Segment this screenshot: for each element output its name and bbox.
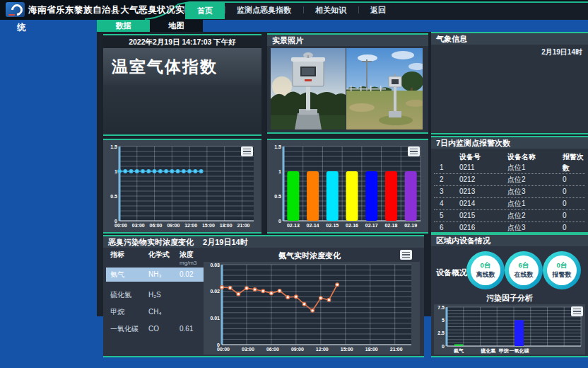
pollution-factors-chart[interactable]: 02.557.5氨气硫化氢甲烷一氧化碳 [434,304,585,355]
svg-text:甲烷: 甲烷 [499,347,509,354]
chart-toolbox-icon[interactable] [408,146,420,156]
devices-panel-title: 区域内设备情况 [431,235,588,246]
svg-text:7.5: 7.5 [437,305,445,310]
svg-text:02-17: 02-17 [365,223,378,228]
chart-toolbox-icon[interactable] [571,306,583,316]
svg-text:02-16: 02-16 [346,223,358,228]
svg-text:0.5: 0.5 [274,194,281,199]
stat-circle-online: 6台 在线数 [505,251,543,289]
panel-weather: 气象信息 2月19日14时 [431,32,588,134]
odor-row-ammonia[interactable]: 氨气NH₃0.02 [106,268,204,282]
nav-item-knowledge[interactable]: 相关知识 [303,0,358,20]
svg-text:氨气: 氨气 [453,348,464,354]
photos-panel-title: 实景照片 [267,35,428,46]
page-headline: 温室气体指数 [103,48,261,85]
alarm-table-row: 20212点位20 [434,174,585,186]
alarm-table-header: 设备号 设备名称 报警次数 [434,151,585,162]
chart-toolbox-icon[interactable] [400,250,412,260]
stat-circle-offline: 0台 离线数 [466,251,505,289]
panel-photos: 实景照片 [267,33,428,134]
odor-row-ch4[interactable]: 甲烷CH₄ [106,305,204,319]
app-title-overflow: 统 [17,22,26,34]
alarm-table-row: 30213点位30 [434,186,585,198]
svg-text:一氧化碳: 一氧化碳 [510,348,530,354]
nav-item-back[interactable]: 返回 [358,0,398,20]
chart-toolbox-icon[interactable] [241,146,253,156]
svg-text:02-13: 02-13 [287,223,300,228]
svg-text:15:00: 15:00 [202,223,215,228]
panel-alarm-counts: 7日内监测点报警次数 设备号 设备名称 报警次数 10211点位10 20212… [431,136,588,234]
ammonia-concentration-chart[interactable]: 00.010.020.0300:0003:0006:0009:0012:0015… [204,262,420,355]
svg-text:0.02: 0.02 [210,289,220,294]
weather-panel-title: 气象信息 [431,33,588,45]
headline-spacer [103,85,261,134]
alarm-table-row: 40214点位10 [434,198,585,210]
odor-row-h2s[interactable]: 硫化氢H₂S [106,288,204,302]
tab-map[interactable]: 地图 [150,20,203,32]
svg-text:0: 0 [442,344,445,349]
main-nav: 首页 监测点恶臭指数 相关知识 返回 [185,0,398,20]
svg-text:1: 1 [278,169,281,174]
svg-text:0.5: 0.5 [110,194,117,199]
svg-text:06:00: 06:00 [266,347,279,352]
station-photo-2[interactable] [346,48,423,130]
datetime-text: 2022年2月19日 14:17:03 下午好 [103,35,261,48]
svg-text:18:00: 18:00 [365,347,378,352]
svg-text:02-18: 02-18 [384,223,397,228]
svg-text:00:00: 00:00 [114,223,127,228]
panel-daily-index-chart: 00.511.502-1302-1402-1502-1602-1702-1802… [267,139,428,234]
svg-text:硫化氢: 硫化氢 [480,347,495,354]
svg-text:09:00: 09:00 [167,223,180,228]
panel-greenhouse-overview: 2022年2月19日 14:17:03 下午好 温室气体指数 [103,34,261,136]
svg-text:06:00: 06:00 [150,223,163,228]
col-formula: 化学式 [148,251,180,268]
odor-panel-header: 恶臭污染物实时浓度变化 2月19日14时 [103,236,424,248]
svg-text:12:00: 12:00 [184,223,197,228]
svg-text:09:00: 09:00 [291,347,304,352]
tab-data[interactable]: 数据 [97,20,150,32]
col-indicator: 指标 [110,251,148,268]
alarm-table-row: 60216点位30 [434,222,585,234]
alarm-table-row: 10211点位10 [434,162,585,174]
greenhouse-index-chart[interactable]: 00.511.500:0003:0006:0009:0012:0015:0018… [104,141,261,231]
top-header-bar: 海南省乐东黎族自治县大气恶臭状况实时发布系 首页 监测点恶臭指数 相关知识 返回 [0,0,588,20]
logo-mark-icon [9,2,25,18]
svg-text:03:00: 03:00 [242,347,254,352]
svg-text:18:00: 18:00 [220,223,233,228]
svg-text:15:00: 15:00 [341,347,353,352]
weather-timestamp: 2月19日14时 [541,47,582,57]
nav-item-home[interactable]: 首页 [185,3,225,19]
factors-chart-title: 污染因子分析 [431,293,588,304]
svg-text:00:00: 00:00 [217,347,230,352]
alarm-table: 设备号 设备名称 报警次数 10211点位10 20212点位20 30213点… [434,151,585,234]
svg-text:02-14: 02-14 [307,223,319,228]
odor-panel-title: 恶臭污染物实时浓度变化 [108,238,194,246]
odor-panel-timestamp: 2月19日14时 [203,238,248,246]
view-tabs: 数据 地图 [97,20,203,32]
svg-text:2.5: 2.5 [437,330,445,335]
panel-odor-concentration: 恶臭污染物实时浓度变化 2月19日14时 指标 化学式 浓度 mg/m3 氨气N… [103,235,424,357]
station-photo-1[interactable] [271,48,346,130]
nav-item-odor-index[interactable]: 监测点恶臭指数 [225,0,303,20]
svg-text:1: 1 [114,169,117,174]
svg-text:21:00: 21:00 [237,223,250,228]
alarms-panel-title: 7日内监测点报警次数 [431,137,588,149]
svg-text:03:00: 03:00 [132,223,145,228]
ammonia-chart-title: 氨气实时浓度变化 [204,251,416,261]
device-stats-row: 0台 离线数 6台 在线数 0台 报警数 [466,251,581,289]
odor-row-co[interactable]: 一氧化碳CO0.61 [106,322,204,336]
stat-circle-alarm: 0台 报警数 [543,251,581,289]
odor-table: 指标 化学式 浓度 mg/m3 氨气NH₃0.02 硫化氢H₂S 甲烷CH₄ 一… [106,249,204,339]
alarm-table-row: 50215点位20 [434,210,585,222]
svg-text:0.01: 0.01 [210,316,220,321]
daily-index-bar-chart[interactable]: 00.511.502-1302-1402-1502-1602-1702-1802… [268,141,428,231]
svg-text:1.5: 1.5 [110,144,117,149]
odor-table-header: 指标 化学式 浓度 mg/m3 [106,249,204,268]
svg-text:12:00: 12:00 [316,347,329,352]
brand-logo[interactable] [6,2,25,17]
svg-text:0.03: 0.03 [210,263,220,268]
panel-greenhouse-chart: 00.511.500:0003:0006:0009:0012:0015:0018… [103,139,261,234]
svg-text:21:00: 21:00 [390,347,403,352]
panel-device-status: 区域内设备情况 设备概况: 0台 离线数 6台 在线数 0台 报警数 [431,234,588,357]
device-overview-label: 设备概况: [436,268,470,278]
